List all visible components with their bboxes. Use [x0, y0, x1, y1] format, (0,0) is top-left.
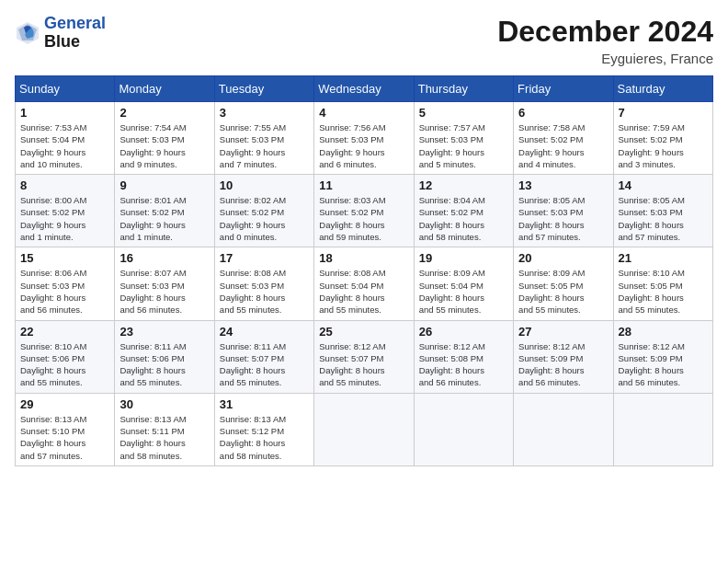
day-info: Sunrise: 8:06 AM Sunset: 5:03 PM Dayligh…: [20, 267, 109, 316]
day-number: 27: [518, 325, 608, 339]
calendar-cell: 6Sunrise: 7:58 AM Sunset: 5:02 PM Daylig…: [514, 102, 613, 175]
day-number: 26: [419, 325, 508, 339]
day-number: 14: [619, 178, 708, 192]
title-area: December 2024 Eyguieres, France: [497, 15, 713, 66]
week-row-3: 15Sunrise: 8:06 AM Sunset: 5:03 PM Dayli…: [16, 247, 713, 320]
day-number: 12: [419, 178, 508, 192]
day-number: 10: [220, 178, 309, 192]
day-info: Sunrise: 8:08 AM Sunset: 5:03 PM Dayligh…: [220, 267, 309, 316]
day-number: 30: [119, 397, 209, 411]
logo: General Blue: [15, 15, 106, 52]
calendar-cell: 27Sunrise: 8:12 AM Sunset: 5:09 PM Dayli…: [514, 320, 613, 393]
day-info: Sunrise: 8:12 AM Sunset: 5:09 PM Dayligh…: [518, 340, 608, 389]
day-number: 20: [518, 251, 608, 265]
day-info: Sunrise: 7:53 AM Sunset: 5:04 PM Dayligh…: [20, 121, 109, 170]
logo-text: General Blue: [44, 15, 106, 52]
logo-line1: General: [44, 14, 106, 32]
location: Eyguieres, France: [497, 51, 713, 66]
calendar-cell: 28Sunrise: 8:12 AM Sunset: 5:09 PM Dayli…: [613, 320, 712, 393]
day-number: 25: [319, 325, 408, 339]
day-info: Sunrise: 8:04 AM Sunset: 5:02 PM Dayligh…: [419, 194, 508, 243]
day-number: 21: [619, 251, 708, 265]
calendar-cell: 3Sunrise: 7:55 AM Sunset: 5:03 PM Daylig…: [214, 102, 313, 175]
calendar-cell: 22Sunrise: 8:10 AM Sunset: 5:06 PM Dayli…: [16, 320, 115, 393]
calendar-cell: [613, 393, 712, 465]
day-number: 18: [319, 251, 408, 265]
day-info: Sunrise: 8:08 AM Sunset: 5:04 PM Dayligh…: [319, 267, 408, 316]
calendar-cell: 31Sunrise: 8:13 AM Sunset: 5:12 PM Dayli…: [214, 393, 313, 465]
calendar-cell: 12Sunrise: 8:04 AM Sunset: 5:02 PM Dayli…: [414, 175, 513, 247]
day-number: 11: [319, 178, 408, 192]
day-number: 9: [119, 178, 209, 192]
week-row-1: 1Sunrise: 7:53 AM Sunset: 5:04 PM Daylig…: [16, 102, 713, 175]
logo-line2: Blue: [44, 33, 106, 52]
header: General Blue December 2024 Eyguieres, Fr…: [15, 15, 713, 66]
day-number: 15: [20, 251, 109, 265]
calendar-cell: 19Sunrise: 8:09 AM Sunset: 5:04 PM Dayli…: [414, 247, 513, 320]
day-info: Sunrise: 7:56 AM Sunset: 5:03 PM Dayligh…: [319, 121, 408, 170]
day-number: 8: [20, 178, 109, 192]
weekday-monday: Monday: [115, 76, 214, 102]
calendar-cell: 8Sunrise: 8:00 AM Sunset: 5:02 PM Daylig…: [16, 175, 115, 247]
calendar-cell: 25Sunrise: 8:12 AM Sunset: 5:07 PM Dayli…: [314, 320, 414, 393]
calendar-cell: 13Sunrise: 8:05 AM Sunset: 5:03 PM Dayli…: [514, 175, 613, 247]
calendar-cell: 26Sunrise: 8:12 AM Sunset: 5:08 PM Dayli…: [414, 320, 513, 393]
calendar-cell: 21Sunrise: 8:10 AM Sunset: 5:05 PM Dayli…: [613, 247, 712, 320]
day-number: 16: [119, 251, 209, 265]
calendar-cell: 18Sunrise: 8:08 AM Sunset: 5:04 PM Dayli…: [314, 247, 414, 320]
day-number: 2: [119, 106, 209, 120]
day-info: Sunrise: 8:02 AM Sunset: 5:02 PM Dayligh…: [220, 194, 309, 243]
day-number: 28: [619, 325, 708, 339]
day-number: 24: [220, 325, 309, 339]
day-info: Sunrise: 7:59 AM Sunset: 5:02 PM Dayligh…: [619, 121, 708, 170]
day-number: 3: [220, 106, 309, 120]
weekday-saturday: Saturday: [613, 76, 712, 102]
day-info: Sunrise: 8:11 AM Sunset: 5:06 PM Dayligh…: [119, 340, 209, 389]
day-info: Sunrise: 7:55 AM Sunset: 5:03 PM Dayligh…: [220, 121, 309, 170]
calendar: SundayMondayTuesdayWednesdayThursdayFrid…: [15, 75, 713, 466]
day-number: 1: [20, 106, 109, 120]
day-info: Sunrise: 8:00 AM Sunset: 5:02 PM Dayligh…: [20, 194, 109, 243]
week-row-5: 29Sunrise: 8:13 AM Sunset: 5:10 PM Dayli…: [16, 393, 713, 465]
day-info: Sunrise: 8:12 AM Sunset: 5:09 PM Dayligh…: [619, 340, 708, 389]
calendar-cell: 15Sunrise: 8:06 AM Sunset: 5:03 PM Dayli…: [16, 247, 115, 320]
logo-icon: [15, 20, 40, 46]
calendar-cell: 1Sunrise: 7:53 AM Sunset: 5:04 PM Daylig…: [16, 102, 115, 175]
day-info: Sunrise: 7:58 AM Sunset: 5:02 PM Dayligh…: [518, 121, 608, 170]
calendar-cell: [414, 393, 513, 465]
day-number: 6: [518, 106, 608, 120]
day-info: Sunrise: 8:05 AM Sunset: 5:03 PM Dayligh…: [619, 194, 708, 243]
day-info: Sunrise: 8:07 AM Sunset: 5:03 PM Dayligh…: [119, 267, 209, 316]
calendar-cell: 29Sunrise: 8:13 AM Sunset: 5:10 PM Dayli…: [16, 393, 115, 465]
weekday-thursday: Thursday: [414, 76, 513, 102]
day-info: Sunrise: 8:12 AM Sunset: 5:08 PM Dayligh…: [419, 340, 508, 389]
day-info: Sunrise: 8:13 AM Sunset: 5:12 PM Dayligh…: [220, 413, 309, 462]
day-number: 29: [20, 397, 109, 411]
calendar-cell: 20Sunrise: 8:09 AM Sunset: 5:05 PM Dayli…: [514, 247, 613, 320]
week-row-2: 8Sunrise: 8:00 AM Sunset: 5:02 PM Daylig…: [16, 175, 713, 247]
day-number: 31: [220, 397, 309, 411]
day-number: 13: [518, 178, 608, 192]
weekday-sunday: Sunday: [16, 76, 115, 102]
calendar-cell: 24Sunrise: 8:11 AM Sunset: 5:07 PM Dayli…: [214, 320, 313, 393]
day-number: 5: [419, 106, 508, 120]
weekday-wednesday: Wednesday: [314, 76, 414, 102]
day-info: Sunrise: 8:13 AM Sunset: 5:10 PM Dayligh…: [20, 413, 109, 462]
day-number: 22: [20, 325, 109, 339]
day-info: Sunrise: 8:03 AM Sunset: 5:02 PM Dayligh…: [319, 194, 408, 243]
day-info: Sunrise: 7:57 AM Sunset: 5:03 PM Dayligh…: [419, 121, 508, 170]
day-number: 4: [319, 106, 408, 120]
calendar-cell: 17Sunrise: 8:08 AM Sunset: 5:03 PM Dayli…: [214, 247, 313, 320]
day-info: Sunrise: 8:01 AM Sunset: 5:02 PM Dayligh…: [119, 194, 209, 243]
calendar-cell: 10Sunrise: 8:02 AM Sunset: 5:02 PM Dayli…: [214, 175, 313, 247]
calendar-cell: [514, 393, 613, 465]
day-info: Sunrise: 8:12 AM Sunset: 5:07 PM Dayligh…: [319, 340, 408, 389]
day-number: 17: [220, 251, 309, 265]
day-info: Sunrise: 8:09 AM Sunset: 5:05 PM Dayligh…: [518, 267, 608, 316]
day-info: Sunrise: 8:11 AM Sunset: 5:07 PM Dayligh…: [220, 340, 309, 389]
calendar-cell: 16Sunrise: 8:07 AM Sunset: 5:03 PM Dayli…: [115, 247, 214, 320]
calendar-cell: 14Sunrise: 8:05 AM Sunset: 5:03 PM Dayli…: [613, 175, 712, 247]
calendar-cell: 2Sunrise: 7:54 AM Sunset: 5:03 PM Daylig…: [115, 102, 214, 175]
day-info: Sunrise: 8:09 AM Sunset: 5:04 PM Dayligh…: [419, 267, 508, 316]
day-info: Sunrise: 8:05 AM Sunset: 5:03 PM Dayligh…: [518, 194, 608, 243]
